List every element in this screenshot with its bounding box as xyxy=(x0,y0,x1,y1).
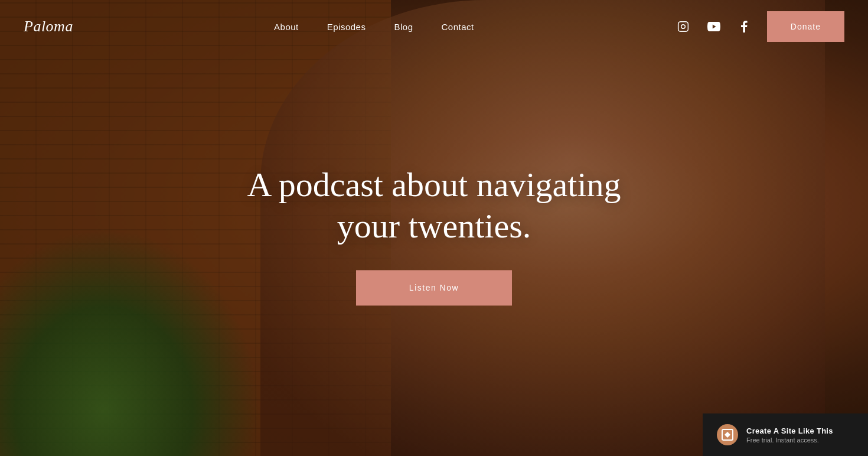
plant-decoration xyxy=(0,228,260,456)
hero-headline: A podcast about navigating your twenties… xyxy=(227,164,641,246)
nav-link-about[interactable]: About xyxy=(274,22,299,32)
svg-point-1 xyxy=(681,25,685,29)
site-builder-badge[interactable]: Create A Site Like This Free trial. Inst… xyxy=(703,413,868,456)
listen-now-button[interactable]: Listen Now xyxy=(356,271,512,306)
squarespace-logo-icon xyxy=(717,424,738,445)
nav-link-contact[interactable]: Contact xyxy=(441,22,474,32)
badge-title: Create A Site Like This xyxy=(746,426,833,435)
youtube-icon[interactable] xyxy=(706,18,722,35)
badge-subtitle: Free trial. Instant access. xyxy=(746,437,833,444)
nav-link-blog[interactable]: Blog xyxy=(394,22,413,32)
site-logo[interactable]: Paloma xyxy=(24,18,73,35)
nav-link-episodes[interactable]: Episodes xyxy=(327,22,366,32)
nav-right: Donate xyxy=(675,11,844,42)
instagram-icon[interactable] xyxy=(675,18,691,35)
svg-rect-0 xyxy=(678,22,688,32)
hero-section: Paloma About Episodes Blog Contact xyxy=(0,0,868,456)
svg-point-2 xyxy=(686,24,686,24)
badge-text: Create A Site Like This Free trial. Inst… xyxy=(746,426,833,444)
hero-content: A podcast about navigating your twenties… xyxy=(227,164,641,305)
facebook-icon[interactable] xyxy=(736,18,753,35)
navbar: Paloma About Episodes Blog Contact xyxy=(0,0,868,53)
donate-button[interactable]: Donate xyxy=(767,11,844,42)
nav-links: About Episodes Blog Contact xyxy=(274,22,474,32)
